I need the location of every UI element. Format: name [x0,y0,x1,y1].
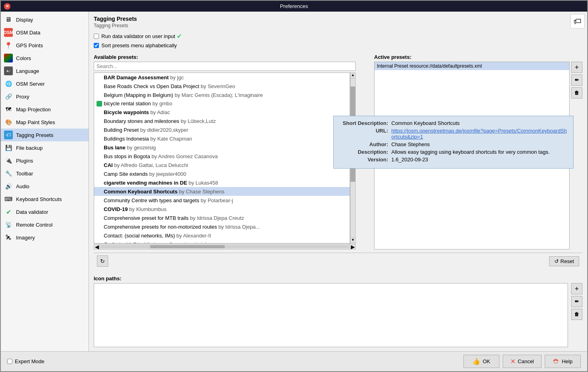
sidebar-item-imagery[interactable]: 🛰 Imagery [1,231,89,244]
scroll-down-btn[interactable]: ▼ [350,237,355,243]
sidebar-item-colors[interactable]: Colors [1,52,89,64]
preset-item-icon [97,92,102,98]
sidebar-item-display[interactable]: 🖥 Display [1,13,89,26]
ok-button[interactable]: 👍 OK [463,355,499,368]
preset-list-item[interactable]: Building Preset by didier2020,skyper [94,125,350,134]
refresh-button[interactable]: ↻ [97,255,108,267]
active-preset-item[interactable]: Internal Preset resource://data/defaultp… [375,62,569,70]
preset-list-item[interactable]: Comprehensive presets for non-motorized … [94,222,350,231]
mapprojection-icon: 🗺 [4,105,13,114]
reset-label: Reset [560,258,574,264]
preset-list-item[interactable]: Comprehensive preset for MTB trails by I… [94,213,350,222]
sidebar-item-osmserver[interactable]: 🌐 OSM Server [1,77,89,90]
sidebar-item-remote[interactable]: 📡 Remote Control [1,218,89,231]
sidebar-item-proxy[interactable]: 🔗 Proxy [1,90,89,103]
preset-list-item[interactable]: Contact: (social networks, IMs) by Alexa… [94,231,350,240]
preset-list-item[interactable]: Community Centre with types and targets … [94,196,350,205]
preset-item-icon [97,197,102,203]
checkbox-row-validator: Run data validator on user input ✔ [94,32,582,40]
preset-list-item[interactable]: Base Roads Check vs Open Data Project by… [94,82,350,90]
tooltip-row-description: Description: Allows easy tagging using k… [339,149,568,155]
hscroll-right-btn[interactable]: ▶ [350,244,355,249]
tooltip-row-author: Author: Chase Stephens [339,141,568,147]
active-presets-label: Active presets: [374,54,582,60]
available-presets-hscrollbar[interactable]: ◀ ▶ [94,244,356,249]
title-bar: ✕ Preferences [1,1,587,12]
sidebar-item-osmdata[interactable]: OSM OSM Data [1,26,89,39]
sidebar-label-imagery: Imagery [16,235,35,241]
preset-list-item[interactable]: COVID-19 by Klumbumbus [94,205,350,213]
icon-paths-container: + ✏ 🗑 [94,283,582,347]
colors-icon [4,54,13,62]
add-preset-button[interactable]: + [571,62,582,73]
hscroll-left-btn[interactable]: ◀ [94,244,100,249]
preset-item-text: Contact: (social networks, IMs) by Alexa… [104,233,211,239]
help-button[interactable]: ⛑ Help [545,355,581,368]
scroll-up-btn[interactable]: ▲ [350,73,355,78]
edit-preset-button[interactable]: ✏ [571,74,582,86]
preset-list-item[interactable]: Boundary stones and milestones by Lübeck… [94,117,350,125]
close-button[interactable]: ✕ [4,3,10,10]
sidebar-item-toolbar[interactable]: 🔧 Toolbar [1,167,89,180]
preset-list-item[interactable]: Camp Site extends by jeepster4000 [94,169,350,178]
preset-list-item[interactable]: Buildings Indonesia by Kate Chapman [94,134,350,143]
expert-mode-checkbox-container[interactable]: Expert Mode [7,358,44,364]
plugins-icon: 🔌 [4,156,13,165]
gps-icon: 📍 [4,41,13,50]
preset-list-item[interactable]: bicycle rental station by gmbo [94,99,350,108]
edit-icon-path-button[interactable]: ✏ [571,296,582,307]
tooltip-author-label: Author: [339,141,391,147]
panel-subtitle: Tagging Presets [94,23,582,28]
expert-mode-checkbox[interactable] [7,359,12,364]
remote-icon: 📡 [4,220,13,229]
sidebar-item-gps[interactable]: 📍 GPS Points [1,39,89,52]
tooltip-version-value: 1.6_2020-09-23 [391,157,428,163]
presets-search-input[interactable] [94,62,356,71]
preset-item-text: Bicycle waypoints by Adiac [104,109,170,115]
preset-item-icon [97,135,102,142]
sidebar-item-mapstyles[interactable]: 🎨 Map Paint Styles [1,116,89,129]
preset-list-item[interactable]: Bus lane by geozeisig [94,143,350,152]
preset-list-item[interactable]: Common Keyboard Shortcuts by Chase Steph… [94,187,350,196]
delete-icon-path-button[interactable]: 🗑 [571,309,582,320]
sidebar-item-datavalidator[interactable]: ✔ Data validator [1,205,89,218]
preset-item-icon [97,223,102,230]
proxy-icon: 🔗 [4,92,13,101]
preset-item-icon [97,171,102,177]
add-icon-path-button[interactable]: + [571,283,582,294]
sidebar-item-plugins[interactable]: 🔌 Plugins [1,154,89,167]
preset-list-item[interactable]: Crafts by MaZderMind, osm@mazdermind.de [94,240,350,243]
sidebar-item-audio[interactable]: 🔊 Audio [1,180,89,193]
preset-item-text: Bus stops in Bogota by Andres Gomez Casa… [104,153,218,159]
cancel-button[interactable]: ✕ Cancel [503,355,542,368]
available-presets-list[interactable]: BAR Damage Assessment by jgcBase Roads C… [94,72,350,243]
sidebar-label-mapprojection: Map Projection [16,107,51,113]
sidebar-item-mapprojection[interactable]: 🗺 Map Projection [1,103,89,116]
reset-button[interactable]: ↺ Reset [549,256,579,266]
icon-action-buttons: + ✏ 🗑 [570,283,582,347]
preset-item-icon [97,153,102,159]
sidebar-item-language[interactable]: A↕ Language [1,64,89,77]
preset-list-item[interactable]: Belgium (Mapping in Belgium) by Marc Gem… [94,90,350,99]
preset-item-text: bicycle rental station by gmbo [104,101,172,107]
delete-preset-button[interactable]: 🗑 [571,87,582,99]
sidebar-item-keyboard[interactable]: ⌨ Keyboard Shortcuts [1,193,89,205]
sidebar-item-filebackup[interactable]: 💾 File backup [1,141,89,154]
icon-paths-list[interactable] [94,283,568,347]
preset-list-item[interactable]: Bus stops in Bogota by Andres Gomez Casa… [94,152,350,161]
preset-list-item[interactable]: CAI by Alfredo Gattai, Luca Delucchi [94,161,350,169]
sidebar-item-tagging[interactable]: 🏷 Tagging Presets [1,129,89,141]
preset-list-item[interactable]: cigarette vending machines in DE by Luka… [94,178,350,187]
checkbox-validator[interactable] [94,34,99,39]
preset-item-text: CAI by Alfredo Gattai, Luca Delucchi [104,162,188,168]
display-icon: 🖥 [4,15,13,24]
sidebar-label-proxy: Proxy [16,94,29,100]
preset-list-item[interactable]: Bicycle waypoints by Adiac [94,108,350,117]
tagging-icon: 🏷 [4,131,13,139]
preset-list-item[interactable]: BAR Damage Assessment by jgc [94,73,350,82]
preset-item-icon [97,144,102,151]
sidebar-label-filebackup: File backup [16,145,42,151]
checkbox-sort[interactable] [94,43,99,48]
preset-item-icon [97,74,102,80]
tooltip-url-label: URL: [339,128,391,140]
